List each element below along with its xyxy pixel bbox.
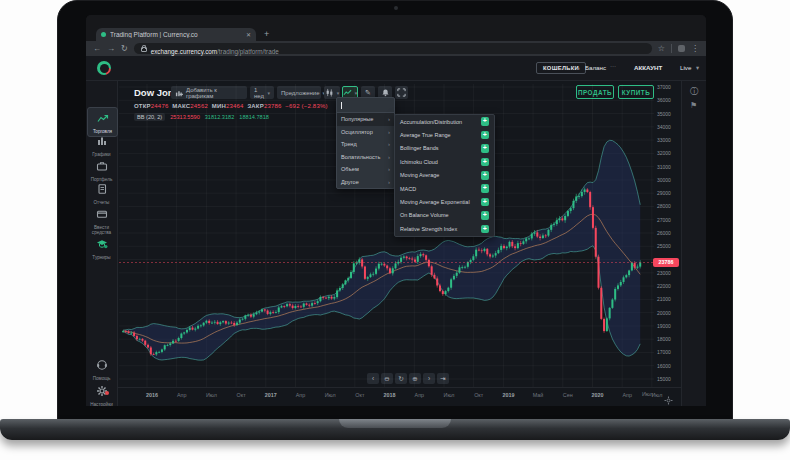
indicator-category-item[interactable]: Волатильность› <box>337 151 394 164</box>
tab-close-icon[interactable]: ✕ <box>246 31 251 38</box>
watchlist-flag-icon[interactable]: ⚑ <box>690 101 697 110</box>
time-axis[interactable]: 2016АпрИюлОкт2017АпрИюлОкт2018АпрИюлОкт2… <box>118 387 681 404</box>
balance-label[interactable]: Баланс <box>585 64 606 71</box>
sidebar-item-label: Графики <box>87 152 116 157</box>
time-axis-last-label: Июл <box>642 391 653 397</box>
add-indicator-button[interactable]: + <box>481 158 490 167</box>
sidebar-item-help[interactable]: Помощь <box>87 357 116 381</box>
sidebar-item-label: Ввести средства <box>87 225 116 235</box>
url-path: /trading/platform/trade <box>217 48 279 55</box>
time-tick: 2020 <box>586 392 610 398</box>
chevron-right-icon: › <box>388 166 390 172</box>
profile-icon[interactable] <box>678 45 685 52</box>
tab-title: Trading Platform | Currency.co <box>110 31 243 38</box>
indicator-item[interactable]: Moving Average Exponential+ <box>395 195 494 208</box>
account-label[interactable]: АККАУНТ <box>634 64 662 71</box>
sidebar-item-settings[interactable]: Настройки <box>87 383 116 406</box>
chevron-right-icon: › <box>388 154 390 160</box>
sidebar-item-5[interactable]: Ввести средства <box>87 206 116 235</box>
add-indicator-button[interactable]: + <box>481 144 490 153</box>
refresh-icon[interactable]: ↻ <box>121 44 128 54</box>
price-tick: 28000 <box>657 203 679 209</box>
time-tick: Окт <box>229 392 253 398</box>
back-icon[interactable]: ← <box>93 44 101 54</box>
indicator-item[interactable]: Relative Strength Index+ <box>395 222 494 235</box>
add-indicator-button[interactable]: + <box>481 171 490 180</box>
bookmark-star-icon[interactable]: ☆ <box>658 44 665 54</box>
price-tick: 30000 <box>657 177 679 183</box>
indicator-item[interactable]: Accumulation/Distribution+ <box>395 115 494 128</box>
sidebar-item-4[interactable]: Отчеты <box>87 181 116 205</box>
price-tick: 22000 <box>657 283 679 289</box>
indicator-item[interactable]: MACD+ <box>395 182 494 195</box>
sidebar-item-6[interactable]: Турниры <box>87 236 116 260</box>
browser-menu-icon[interactable]: ⋮ <box>691 44 699 54</box>
reports-icon <box>96 181 108 193</box>
live-caret-icon[interactable]: ▾ <box>696 64 699 71</box>
add-indicator-button[interactable]: + <box>481 117 490 126</box>
price-tick: 32000 <box>657 150 679 156</box>
price-tick: 26000 <box>657 230 679 236</box>
site-favicon-icon <box>101 32 106 37</box>
trade-icon <box>97 110 109 122</box>
address-bar[interactable]: exchange.currency.com/trading/platform/t… <box>134 43 652 54</box>
time-tick: Апр <box>289 392 313 398</box>
indicator-item[interactable]: Bollinger Bands+ <box>395 142 494 155</box>
indicator-category-item[interactable]: Тренд› <box>337 138 394 151</box>
currency-logo-icon[interactable] <box>97 61 111 75</box>
laptop-base-notch <box>339 419 451 428</box>
indicator-item[interactable]: Average True Range+ <box>395 128 494 141</box>
balance-overflow-icon[interactable]: ··· <box>610 62 616 69</box>
price-tick: 27000 <box>657 217 679 223</box>
indicator-item[interactable]: On Balance Volume+ <box>395 209 494 222</box>
add-indicator-button[interactable]: + <box>481 225 490 234</box>
sidebar-item-3[interactable]: Портфель <box>87 158 116 182</box>
tournaments-icon <box>96 236 108 248</box>
live-mode-label[interactable]: Live <box>680 64 691 71</box>
info-icon[interactable]: ⓘ <box>690 86 698 97</box>
price-tick: 31000 <box>657 164 679 170</box>
indicator-category-item[interactable]: Другое› <box>337 176 394 189</box>
portfolio-icon <box>96 158 108 170</box>
price-tick: 19000 <box>657 323 679 329</box>
price-tick: 20000 <box>657 310 679 316</box>
axis-settings-gear-icon[interactable] <box>664 391 673 400</box>
text-caret <box>341 102 342 109</box>
browser-window: Trading Platform | Currency.co ✕ + ← → ↻… <box>86 15 706 406</box>
price-tick: 16000 <box>657 363 679 369</box>
balance-chevron-icon[interactable]: ‹ <box>578 64 580 71</box>
laptop-screen: Trading Platform | Currency.co ✕ + ← → ↻… <box>57 0 733 421</box>
add-indicator-button[interactable]: + <box>481 131 490 140</box>
trading-app: КОШЕЛЬКИ ‹ Баланс ··· АККАУНТ Live ▾ Тор… <box>86 56 706 406</box>
price-tick: 35000 <box>657 111 679 117</box>
indicator-item[interactable]: Moving Average+ <box>395 169 494 182</box>
url-domain: exchange.currency.com <box>151 48 217 55</box>
forward-icon[interactable]: → <box>107 44 115 54</box>
indicator-category-active[interactable]: Популярные› <box>337 113 394 126</box>
price-tick: 21000 <box>657 296 679 302</box>
laptop-mockup: Trading Platform | Currency.co ✕ + ← → ↻… <box>0 0 790 460</box>
time-tick: Июл <box>318 392 342 398</box>
lock-icon <box>141 47 147 52</box>
indicator-item[interactable]: Ichimoku Cloud+ <box>395 155 494 168</box>
indicator-category-item[interactable]: Объем› <box>337 163 394 176</box>
time-tick: 2019 <box>496 392 520 398</box>
time-tick: 2017 <box>259 392 283 398</box>
charts-icon <box>96 133 108 145</box>
add-indicator-button[interactable]: + <box>481 198 490 207</box>
indicator-category-item[interactable]: Осциллятор› <box>337 126 394 139</box>
app-topbar: КОШЕЛЬКИ ‹ Баланс ··· АККАУНТ Live ▾ <box>86 56 706 81</box>
price-tick: 23000 <box>657 270 679 276</box>
current-price-badge: 23786 <box>653 258 679 267</box>
add-indicator-button[interactable]: + <box>481 211 490 220</box>
price-tick: 18000 <box>657 336 679 342</box>
indicator-search-input[interactable] <box>337 98 394 113</box>
time-tick: Апр <box>170 392 194 398</box>
chevron-right-icon: › <box>388 116 390 122</box>
help-icon <box>96 357 108 369</box>
sidebar-item-2[interactable]: Графики <box>87 133 116 157</box>
time-tick: Май <box>526 392 550 398</box>
price-tick: 25000 <box>657 243 679 249</box>
price-tick: 15000 <box>657 376 679 382</box>
add-indicator-button[interactable]: + <box>481 184 490 193</box>
